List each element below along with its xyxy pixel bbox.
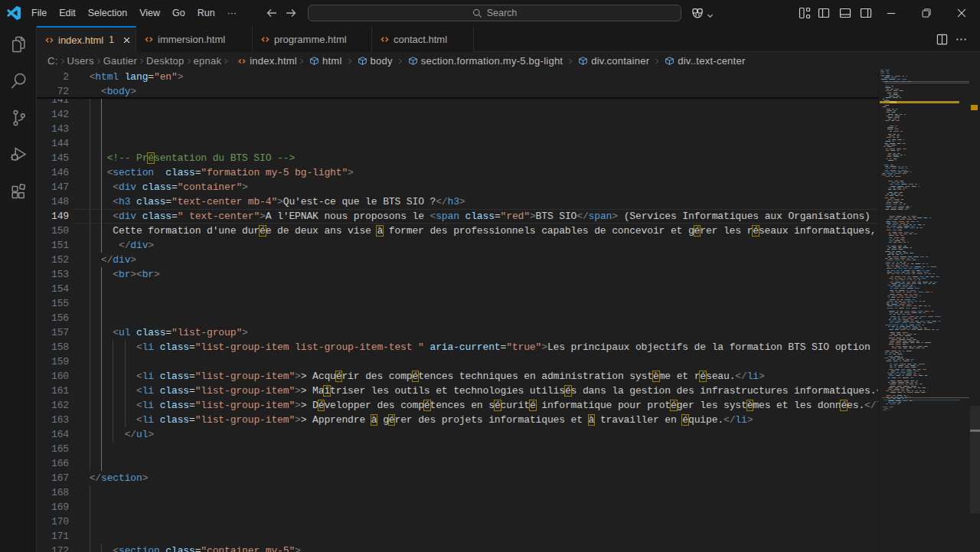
line-number: 172 [37, 544, 69, 552]
menu-run[interactable]: Run [191, 5, 221, 21]
indent-guide [90, 282, 90, 296]
code-line: 167</section> [37, 471, 878, 485]
toggle-panel-icon[interactable] [839, 7, 851, 19]
breadcrumb-symbol[interactable]: html [306, 55, 345, 67]
breadcrumb-symbol[interactable]: div.container [575, 55, 652, 67]
code-line: 146<section class="formation my-5 bg-lig… [37, 165, 878, 180]
symbol-field-icon [309, 56, 319, 66]
indent-guide [90, 209, 90, 224]
more-actions-icon[interactable] [956, 34, 967, 45]
minimap[interactable] [878, 70, 970, 552]
indent-guide [90, 427, 90, 442]
sticky-scroll-shadow [37, 97, 878, 99]
toggle-secondary-sidebar-icon[interactable] [860, 7, 872, 19]
sidebar-item-extensions[interactable] [0, 173, 36, 210]
arrow-right-icon [285, 7, 297, 19]
line-number: 147 [37, 180, 69, 194]
search-input[interactable]: Search [308, 5, 681, 21]
window-close-button[interactable] [944, 0, 979, 26]
breadcrumb-symbol[interactable]: div..text-center [662, 55, 748, 67]
breadcrumb: C:UsersGautierDesktopepnak index.htmlhtm… [37, 52, 878, 70]
breadcrumb-folder[interactable]: epnak [194, 55, 222, 67]
tab-index-html[interactable]: index.html 1 [37, 26, 136, 52]
copilot-icon[interactable] [691, 7, 704, 19]
menu-file[interactable]: File [25, 5, 53, 21]
code-editor[interactable]: 141142143144145<!-- Présentation du BTS … [37, 70, 878, 552]
window-minimize-button[interactable] [874, 0, 909, 26]
code-line: 157<ul class="list-group"> [37, 325, 878, 340]
breadcrumb-folder[interactable]: Users [67, 55, 94, 67]
indent-guide [90, 180, 90, 194]
scrollbar-thumb[interactable] [970, 406, 980, 514]
indent-guide [90, 224, 90, 238]
nav-forward-button[interactable] [285, 0, 297, 26]
indent-guide [101, 384, 102, 398]
indent-guide [90, 165, 90, 180]
code-line: 143 [37, 122, 878, 136]
tab-immersion-html[interactable]: immersion.html [136, 26, 253, 52]
code-line: 163<li class="list-group-item">> Apprend… [37, 413, 878, 427]
breadcrumb-folder[interactable]: Desktop [146, 55, 184, 67]
copilot-chevron-down-icon[interactable] [707, 10, 714, 22]
indent-guide [90, 442, 90, 456]
menu-view[interactable]: View [133, 5, 166, 21]
indent-guide [101, 224, 102, 238]
breadcrumb-file[interactable]: index.html [230, 55, 297, 67]
indent-guide [101, 296, 102, 311]
code-line: 151</div> [37, 238, 878, 253]
indent-guide [113, 354, 113, 369]
indent-guide [90, 413, 90, 427]
customize-layout-icon[interactable] [799, 7, 811, 19]
toggle-primary-sidebar-icon[interactable] [818, 7, 830, 19]
tab-close-button[interactable] [119, 32, 135, 47]
indent-guide [101, 180, 102, 194]
code-line: 154 [37, 282, 878, 296]
menu-more[interactable]: ··· [221, 5, 243, 21]
breadcrumb-symbol[interactable]: body [354, 55, 396, 67]
window-restore-button[interactable] [909, 0, 944, 26]
symbol-field-icon [408, 56, 418, 66]
indent-guide [101, 340, 102, 354]
chevron-right-icon [138, 57, 145, 65]
menu-selection[interactable]: Selection [82, 5, 133, 21]
menu-edit[interactable]: Edit [53, 5, 82, 21]
line-number: 142 [37, 107, 69, 122]
indent-guide [90, 311, 90, 325]
line-number: 161 [37, 384, 69, 398]
arrow-left-icon [266, 7, 278, 19]
tab-contact-html[interactable]: contact.html [372, 26, 474, 52]
html-file-icon [44, 35, 54, 45]
indent-guide [90, 325, 90, 340]
code-line: 166 [37, 456, 878, 471]
code-line: 162<li class="list-group-item">> Dévelop… [37, 398, 878, 413]
line-number: 157 [37, 325, 69, 340]
code-line: 160<li class="list-group-item">> Acquéri… [37, 369, 878, 384]
sidebar-item-explorer[interactable] [0, 26, 36, 63]
code-line: 169 [37, 500, 878, 514]
nav-back-button[interactable] [266, 0, 278, 26]
title-bar: File Edit Selection View Go Run ··· Sear… [0, 0, 980, 26]
chevron-right-icon [298, 57, 305, 65]
sidebar-item-search[interactable] [0, 63, 36, 100]
tab-programme-html[interactable]: programme.html [253, 26, 372, 52]
menu-go[interactable]: Go [166, 5, 191, 21]
breadcrumb-folder[interactable]: Gautier [103, 55, 137, 67]
breadcrumb-symbol[interactable]: section.formation.my-5.bg-light [405, 55, 567, 67]
indent-guide [125, 398, 126, 413]
indent-guide [101, 122, 102, 136]
sidebar-item-run-debug[interactable] [0, 136, 36, 173]
vscode-logo-icon [7, 6, 21, 20]
overview-ruler[interactable] [970, 70, 980, 552]
split-editor-icon[interactable] [936, 34, 948, 45]
sidebar-item-source-control[interactable] [0, 100, 36, 136]
code-line: 144 [37, 136, 878, 151]
indent-guide [101, 354, 102, 369]
chevron-right-icon [653, 57, 661, 65]
breadcrumb-folder[interactable]: C: [47, 55, 58, 67]
html-file-icon [260, 34, 270, 44]
indent-guide [113, 427, 113, 442]
indent-guide [90, 122, 90, 136]
indent-guide [90, 529, 90, 544]
chevron-right-icon [95, 57, 103, 65]
code-line: 170 [37, 514, 878, 529]
